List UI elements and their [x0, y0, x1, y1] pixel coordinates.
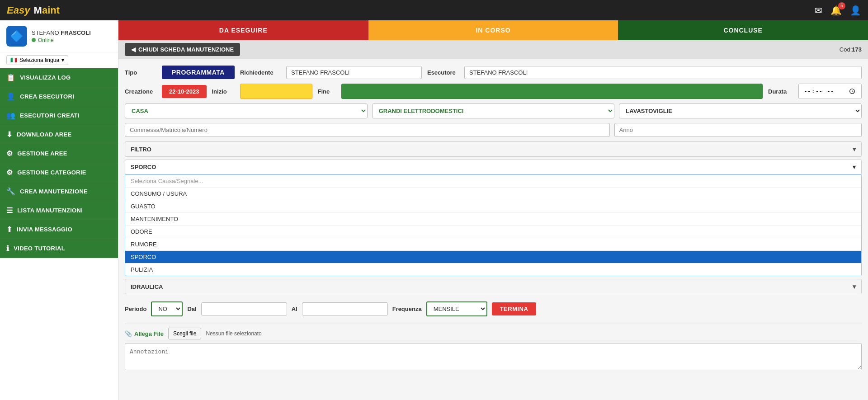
main-content: DA ESEGUIRE IN CORSO CONCLUSE ◀ CHIUDI S…: [118, 20, 868, 400]
chevron-down-icon: ▾: [61, 57, 64, 63]
sidebar-item-gestione-categorie[interactable]: ⚙ GESTIONE CATEGORIE: [0, 163, 118, 182]
causa-item-consumo[interactable]: CONSUMO / USURA: [125, 188, 861, 200]
form-area: Tipo PROGRAMMATA Richiedente Esecutore C…: [118, 59, 868, 372]
download-icon: ⬇: [6, 130, 12, 139]
creazione-label: Creazione: [125, 88, 156, 95]
chiudi-scheda-button[interactable]: ◀ CHIUDI SCHEDA MANUTENZIONE: [125, 43, 240, 56]
causa-item-pulizia[interactable]: PULIZIA: [125, 264, 861, 276]
paperclip-icon: 📎: [125, 330, 132, 337]
inizio-field[interactable]: [240, 84, 312, 99]
annotazioni-textarea[interactable]: [125, 343, 862, 370]
sporco-dropdown[interactable]: SPORCO ▾: [125, 160, 862, 174]
sidebar-item-label: VIDEO TUTORIAL: [14, 245, 65, 252]
causa-list: Seleziona Causa/Segnale... CONSUMO / USU…: [125, 174, 862, 276]
app-layout: 🔷 STEFANO FRASCOLI Online 🇮🇹 Seleziona l…: [0, 20, 868, 400]
creazione-button[interactable]: 22-10-2023: [162, 85, 207, 98]
richiedente-input[interactable]: [286, 66, 422, 79]
lavastoviglie-dropdown[interactable]: LAVASTOVIGLIE: [619, 104, 862, 118]
causa-item-odore[interactable]: ODORE: [125, 226, 861, 238]
online-status: Online: [32, 37, 112, 43]
sidebar-item-crea-manutenzione[interactable]: 🔧 CREA MANUTENZIONE: [0, 182, 118, 201]
sporco-chevron-icon: ▾: [853, 164, 856, 170]
durata-label: Durata: [768, 88, 793, 95]
idraulica-label: IDRAULICA: [131, 283, 163, 290]
idraulica-chevron-icon: ▾: [853, 283, 856, 290]
chevron-left-icon: ◀: [131, 46, 136, 53]
form-row-tipo: Tipo PROGRAMMATA Richiedente Esecutore: [125, 66, 862, 79]
frequenza-select[interactable]: MENSILE SETTIMANALE ANNUALE: [426, 301, 487, 316]
sidebar-item-crea-esecutori[interactable]: 👤 CREA ESECUTORI: [0, 87, 118, 106]
esecutore-input[interactable]: [464, 66, 862, 79]
al-input[interactable]: [302, 302, 388, 315]
notification-badge: 5: [838, 2, 845, 9]
sporco-label: SPORCO: [131, 164, 156, 170]
dropdown-row: CASA GRANDI ELETTRODOMESTICI LAVASTOVIGL…: [125, 104, 862, 118]
filtro-section-header[interactable]: FILTRO ▾: [125, 141, 862, 157]
user-icon-btn[interactable]: 👤: [850, 5, 861, 16]
periodo-label: Periodo: [125, 306, 146, 312]
sidebar-item-label: DOWNLOAD AREE: [17, 131, 71, 138]
anno-input[interactable]: [614, 123, 862, 137]
causa-item-placeholder[interactable]: Seleziona Causa/Segnale...: [125, 175, 861, 188]
causa-item-guasto[interactable]: GUASTO: [125, 200, 861, 213]
causa-item-sporco[interactable]: SPORCO: [125, 251, 861, 264]
causa-item-rumore[interactable]: RUMORE: [125, 238, 861, 251]
dal-input[interactable]: [201, 302, 287, 315]
logo: Easy Maint: [7, 5, 60, 16]
al-label: Al: [292, 306, 297, 312]
idraulica-header[interactable]: IDRAULICA ▾: [125, 279, 862, 294]
no-file-label: Nessun file selezionato: [206, 330, 261, 337]
filtro-chevron-icon: ▾: [853, 146, 856, 153]
scegli-file-button[interactable]: Scegli file: [168, 328, 201, 339]
casa-dropdown[interactable]: CASA: [125, 104, 368, 118]
sidebar: 🔷 STEFANO FRASCOLI Online 🇮🇹 Seleziona l…: [0, 20, 118, 400]
user-name: STEFANO FRASCOLI: [32, 29, 112, 36]
gear-icon: ⚙: [6, 149, 13, 158]
avatar: 🔷: [6, 26, 27, 47]
sidebar-item-label: VISUALIZZA LOG: [20, 74, 71, 81]
filtro-label: FILTRO: [131, 146, 151, 153]
sidebar-item-label: GESTIONE AREE: [17, 150, 67, 157]
online-dot: [32, 38, 36, 42]
search-row: [125, 123, 862, 137]
lang-select-btn[interactable]: 🇮🇹 Seleziona lingua ▾: [6, 55, 68, 65]
sidebar-item-label: LISTA MANUTENZIONI: [17, 207, 83, 214]
mail-icon-btn[interactable]: ✉: [815, 5, 822, 16]
wrench-icon: 🔧: [6, 187, 15, 196]
sidebar-item-label: CREA MANUTENZIONE: [20, 188, 88, 195]
tab-in-corso[interactable]: IN CORSO: [368, 20, 618, 40]
top-icons: ✉ 🔔 5 👤: [815, 5, 861, 16]
list-icon: ☰: [6, 206, 13, 215]
periodo-row: Periodo NO SI Dal Al Frequenza MENSILE S…: [125, 297, 862, 321]
scheda-header: ◀ CHIUDI SCHEDA MANUTENZIONE Cod:173: [118, 40, 868, 59]
sidebar-item-video-tutorial[interactable]: ℹ VIDEO TUTORIAL: [0, 239, 118, 258]
user-add-icon: 👤: [6, 92, 15, 101]
grandi-dropdown[interactable]: GRANDI ELETTRODOMESTICI: [372, 104, 615, 118]
fine-field[interactable]: [341, 84, 763, 99]
commessa-input[interactable]: [125, 123, 610, 137]
sidebar-item-visualizza-log[interactable]: 📋 VISUALIZZA LOG: [0, 68, 118, 87]
allega-file-link[interactable]: 📎 Allega File: [125, 330, 164, 337]
sidebar-item-gestione-aree[interactable]: ⚙ GESTIONE AREE: [0, 144, 118, 163]
sidebar-item-lista-manutenzioni[interactable]: ☰ LISTA MANUTENZIONI: [0, 201, 118, 220]
flag-icon: 🇮🇹: [10, 57, 17, 63]
idraulica-section: IDRAULICA ▾: [125, 279, 862, 294]
sidebar-item-esecutori-creati[interactable]: 👥 ESECUTORI CREATI: [0, 106, 118, 125]
gear2-icon: ⚙: [6, 168, 13, 177]
sidebar-item-download-aree[interactable]: ⬇ DOWNLOAD AREE: [0, 125, 118, 144]
causa-item-mantenimento[interactable]: MANTENIMENTO: [125, 213, 861, 226]
cod-label: Cod:173: [840, 46, 862, 53]
tipo-button[interactable]: PROGRAMMATA: [162, 66, 235, 79]
sidebar-user: 🔷 STEFANO FRASCOLI Online: [0, 20, 118, 52]
info-icon: ℹ: [6, 244, 9, 253]
send-icon: ⬆: [6, 225, 12, 234]
termina-button[interactable]: TERMINA: [492, 302, 537, 315]
notification-icon-btn[interactable]: 🔔 5: [830, 5, 842, 16]
durata-input[interactable]: [798, 84, 862, 99]
sidebar-item-invia-messaggio[interactable]: ⬆ INVIA MESSAGGIO: [0, 220, 118, 239]
log-icon: 📋: [6, 73, 15, 82]
tab-concluse[interactable]: CONCLUSE: [618, 20, 868, 40]
tab-da-eseguire[interactable]: DA ESEGUIRE: [118, 20, 368, 40]
periodo-select[interactable]: NO SI: [151, 301, 183, 316]
frequenza-label: Frequenza: [392, 306, 422, 312]
